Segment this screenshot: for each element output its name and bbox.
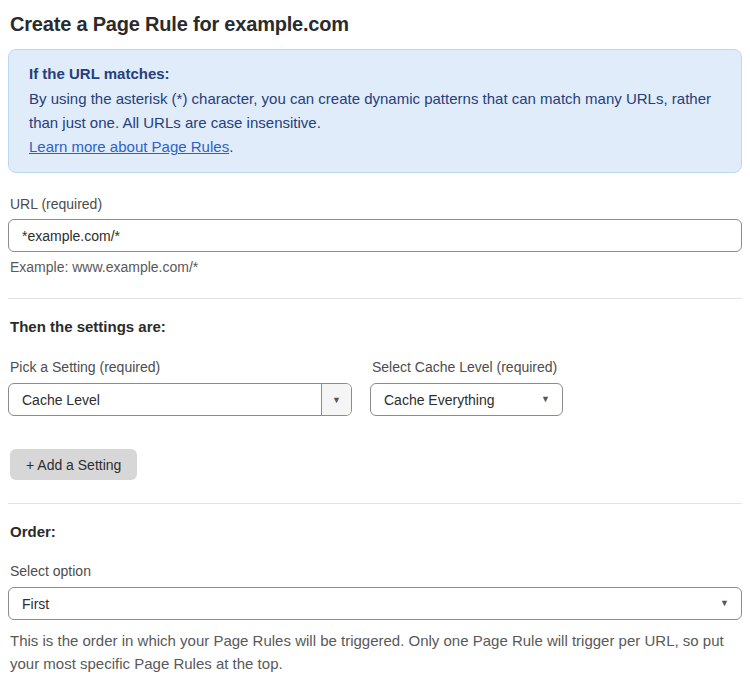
divider [8, 503, 742, 504]
chevron-down-icon: ▼ [529, 395, 562, 404]
order-select-label: Select option [10, 563, 740, 579]
order-select[interactable]: First ▼ [8, 587, 742, 620]
cache-level-label: Select Cache Level (required) [372, 359, 563, 375]
url-match-info-box: If the URL matches: By using the asteris… [8, 49, 742, 173]
page-rule-form: Create a Page Rule for example.com If th… [0, 13, 750, 691]
info-box-body: By using the asterisk (*) character, you… [29, 87, 721, 135]
add-setting-button[interactable]: + Add a Setting [10, 449, 137, 480]
settings-row: Pick a Setting (required) Cache Level ▼ … [8, 359, 742, 416]
settings-section-heading: Then the settings are: [10, 318, 740, 335]
info-box-body-text: By using the asterisk (*) character, you… [29, 90, 711, 131]
setting-picker-group: Pick a Setting (required) Cache Level ▼ [8, 359, 352, 416]
order-select-value: First [9, 596, 708, 612]
setting-picker-value: Cache Level [9, 392, 321, 408]
chevron-down-icon[interactable]: ▼ [321, 384, 351, 415]
cache-level-value: Cache Everything [371, 392, 529, 408]
setting-picker-select[interactable]: Cache Level ▼ [8, 383, 352, 416]
url-field-label: URL (required) [10, 196, 740, 212]
setting-picker-label: Pick a Setting (required) [10, 359, 352, 375]
learn-more-link[interactable]: Learn more about Page Rules [29, 138, 229, 155]
url-field-hint: Example: www.example.com/* [10, 259, 740, 275]
info-box-link-line: Learn more about Page Rules. [29, 135, 721, 159]
info-box-heading: If the URL matches: [29, 62, 721, 86]
order-section-heading: Order: [10, 523, 740, 540]
order-help-text: This is the order in which your Page Rul… [10, 629, 740, 675]
page-title: Create a Page Rule for example.com [10, 13, 740, 36]
divider [8, 298, 742, 299]
url-input[interactable] [8, 219, 742, 252]
chevron-down-icon: ▼ [708, 599, 741, 608]
link-suffix: . [229, 138, 233, 155]
cache-level-select[interactable]: Cache Everything ▼ [370, 383, 563, 416]
cache-level-group: Select Cache Level (required) Cache Ever… [370, 359, 563, 416]
